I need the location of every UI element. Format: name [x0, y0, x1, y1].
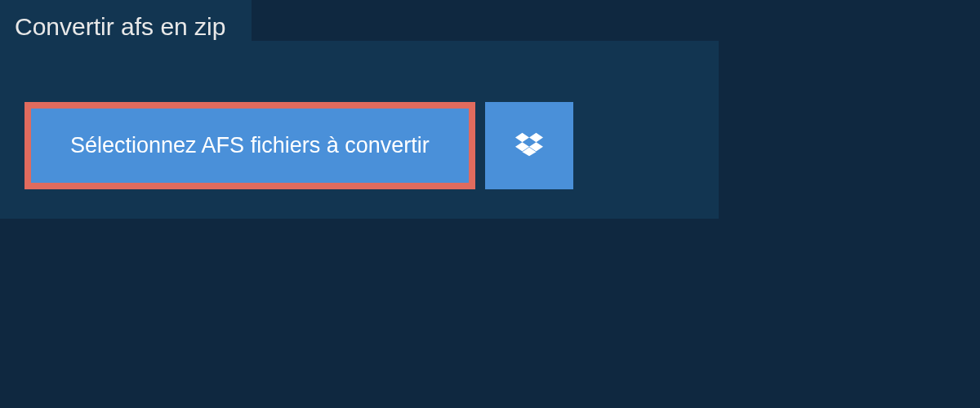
tab-title: Convertir afs en zip — [0, 0, 252, 54]
select-files-label: Sélectionnez AFS fichiers à convertir — [70, 133, 430, 158]
select-files-button[interactable]: Sélectionnez AFS fichiers à convertir — [24, 102, 475, 189]
converter-panel: Convertir afs en zip Sélectionnez AFS fi… — [0, 41, 719, 219]
dropbox-button[interactable] — [485, 102, 573, 189]
panel-content: Sélectionnez AFS fichiers à convertir — [0, 79, 719, 219]
dropbox-icon — [515, 131, 543, 161]
tab-title-text: Convertir afs en zip — [15, 13, 225, 40]
